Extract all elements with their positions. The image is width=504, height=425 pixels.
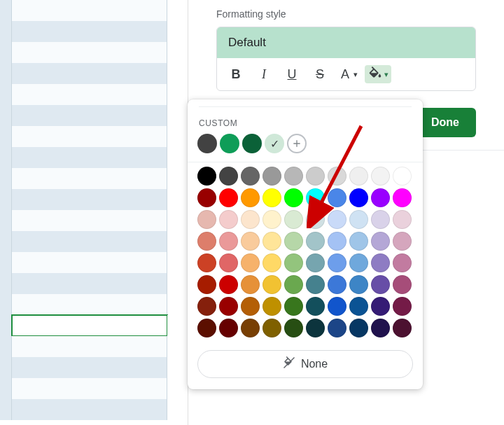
color-swatch[interactable] bbox=[219, 297, 238, 316]
color-swatch[interactable] bbox=[328, 297, 346, 316]
color-swatch[interactable] bbox=[284, 275, 303, 294]
color-swatch[interactable] bbox=[306, 297, 325, 316]
spreadsheet-cell[interactable] bbox=[12, 273, 167, 294]
spreadsheet-row[interactable] bbox=[0, 84, 172, 105]
color-swatch[interactable] bbox=[349, 275, 368, 294]
color-swatch[interactable] bbox=[284, 297, 303, 316]
spreadsheet-cell[interactable] bbox=[12, 210, 167, 231]
spreadsheet-cell[interactable] bbox=[12, 294, 167, 315]
row-header-cell[interactable] bbox=[0, 168, 12, 189]
color-swatch[interactable] bbox=[393, 275, 412, 294]
row-header-cell[interactable] bbox=[0, 357, 12, 378]
color-swatch[interactable] bbox=[284, 188, 303, 207]
row-header-cell[interactable] bbox=[0, 252, 12, 273]
spreadsheet-cell[interactable] bbox=[12, 252, 167, 273]
color-swatch[interactable] bbox=[197, 210, 216, 229]
color-swatch[interactable] bbox=[306, 253, 325, 272]
spreadsheet-cell[interactable] bbox=[12, 63, 167, 84]
color-swatch[interactable] bbox=[197, 319, 216, 337]
color-swatch[interactable] bbox=[241, 275, 260, 294]
row-header-cell[interactable] bbox=[0, 42, 12, 63]
color-swatch[interactable] bbox=[371, 275, 390, 294]
custom-color-swatch[interactable] bbox=[197, 134, 217, 153]
spreadsheet-cell[interactable] bbox=[12, 84, 167, 105]
spreadsheet-row[interactable] bbox=[0, 210, 172, 231]
spreadsheet-row[interactable] bbox=[0, 357, 172, 378]
color-swatch[interactable] bbox=[349, 253, 368, 272]
spreadsheet-cell[interactable] bbox=[12, 147, 167, 168]
color-swatch[interactable] bbox=[241, 210, 260, 229]
row-header-cell[interactable] bbox=[0, 0, 12, 21]
color-swatch[interactable] bbox=[219, 167, 238, 186]
color-swatch[interactable] bbox=[262, 188, 281, 207]
color-swatch[interactable] bbox=[349, 297, 368, 316]
spreadsheet-row[interactable] bbox=[0, 399, 172, 420]
color-swatch[interactable] bbox=[328, 210, 346, 229]
color-swatch[interactable] bbox=[241, 297, 260, 316]
color-swatch[interactable] bbox=[328, 188, 346, 207]
spreadsheet-row[interactable] bbox=[0, 252, 172, 273]
spreadsheet-row[interactable] bbox=[0, 42, 172, 63]
color-swatch[interactable] bbox=[306, 167, 325, 186]
row-header-cell[interactable] bbox=[0, 294, 12, 315]
color-swatch[interactable] bbox=[262, 167, 281, 186]
spreadsheet-row[interactable] bbox=[0, 315, 172, 336]
color-swatch[interactable] bbox=[219, 319, 238, 337]
color-swatch[interactable] bbox=[393, 188, 412, 207]
color-swatch[interactable] bbox=[328, 253, 346, 272]
color-swatch[interactable] bbox=[349, 210, 368, 229]
color-swatch[interactable] bbox=[371, 210, 390, 229]
row-header-cell[interactable] bbox=[0, 210, 12, 231]
spreadsheet-row[interactable] bbox=[0, 168, 172, 189]
color-swatch[interactable] bbox=[349, 232, 368, 251]
color-swatch[interactable] bbox=[306, 210, 325, 229]
color-swatch[interactable] bbox=[284, 319, 303, 337]
color-swatch[interactable] bbox=[328, 167, 346, 186]
custom-color-swatch[interactable] bbox=[220, 134, 239, 153]
spreadsheet-cell[interactable] bbox=[12, 189, 167, 210]
color-swatch[interactable] bbox=[349, 188, 368, 207]
row-header-cell[interactable] bbox=[0, 126, 12, 147]
fill-color-button[interactable]: ▾ bbox=[365, 65, 391, 83]
spreadsheet-row[interactable] bbox=[0, 63, 172, 84]
color-swatch[interactable] bbox=[219, 188, 238, 207]
spreadsheet-cell[interactable] bbox=[12, 336, 167, 357]
bold-button[interactable]: B bbox=[225, 64, 246, 85]
spreadsheet-cell[interactable] bbox=[12, 0, 167, 21]
color-swatch[interactable] bbox=[241, 319, 260, 337]
spreadsheet-row[interactable] bbox=[0, 294, 172, 315]
row-header-cell[interactable] bbox=[0, 105, 12, 126]
spreadsheet-cell[interactable] bbox=[12, 315, 167, 336]
none-color-button[interactable]: None bbox=[197, 350, 413, 378]
color-swatch[interactable] bbox=[306, 319, 325, 337]
row-header-cell[interactable] bbox=[0, 273, 12, 294]
spreadsheet-cell[interactable] bbox=[12, 42, 167, 63]
color-swatch[interactable] bbox=[393, 253, 412, 272]
color-swatch[interactable] bbox=[371, 319, 390, 337]
color-swatch[interactable] bbox=[262, 319, 281, 337]
color-swatch[interactable] bbox=[284, 253, 303, 272]
row-header-cell[interactable] bbox=[0, 147, 12, 168]
spreadsheet-row[interactable] bbox=[0, 126, 172, 147]
color-swatch[interactable] bbox=[306, 275, 325, 294]
spreadsheet-row[interactable] bbox=[0, 21, 172, 42]
color-swatch[interactable] bbox=[197, 275, 216, 294]
row-header-cell[interactable] bbox=[0, 378, 12, 399]
spreadsheet-cell[interactable] bbox=[12, 126, 167, 147]
color-swatch[interactable] bbox=[371, 167, 390, 186]
color-swatch[interactable] bbox=[371, 297, 390, 316]
color-swatch[interactable] bbox=[219, 275, 238, 294]
spreadsheet-cell[interactable] bbox=[12, 231, 167, 252]
color-swatch[interactable] bbox=[197, 232, 216, 251]
color-swatch[interactable] bbox=[262, 275, 281, 294]
row-header-cell[interactable] bbox=[0, 84, 12, 105]
spreadsheet-cell[interactable] bbox=[12, 105, 167, 126]
color-swatch[interactable] bbox=[393, 232, 412, 251]
spreadsheet-cell[interactable] bbox=[12, 21, 167, 42]
color-swatch[interactable] bbox=[371, 188, 390, 207]
spreadsheet-row[interactable] bbox=[0, 147, 172, 168]
row-header-cell[interactable] bbox=[0, 231, 12, 252]
color-swatch[interactable] bbox=[393, 319, 412, 337]
color-swatch[interactable] bbox=[328, 232, 346, 251]
color-swatch[interactable] bbox=[306, 188, 325, 207]
